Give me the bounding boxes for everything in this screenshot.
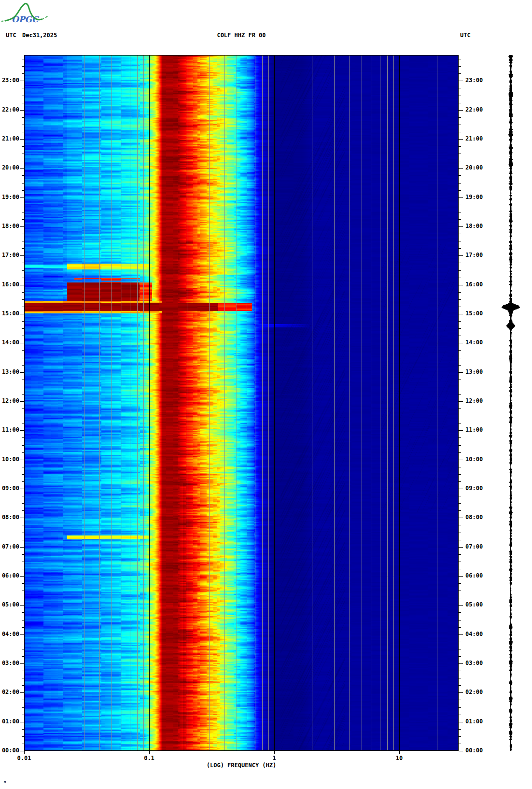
y-tick-right bbox=[459, 299, 461, 300]
y-tick-right bbox=[459, 562, 461, 562]
y-tick-left bbox=[22, 503, 24, 504]
y-tick-right bbox=[459, 212, 461, 212]
x-tick bbox=[399, 751, 400, 754]
y-tick-right bbox=[459, 125, 461, 125]
y-tick-right bbox=[459, 103, 461, 103]
y-tick-right bbox=[459, 365, 461, 366]
y-tick-right bbox=[459, 554, 461, 555]
y-tick-right bbox=[459, 314, 463, 314]
y-tick-right bbox=[459, 612, 461, 613]
y-tick-right bbox=[459, 409, 461, 409]
y-tick-left bbox=[20, 692, 24, 693]
y-tick-left bbox=[20, 110, 24, 111]
y-tick-right bbox=[459, 394, 461, 394]
y-tick-right bbox=[459, 88, 461, 88]
y-tick-left bbox=[22, 146, 24, 147]
y-tick-right bbox=[459, 59, 461, 59]
y-tick-right bbox=[459, 292, 461, 293]
y-tick-right bbox=[459, 416, 461, 416]
y-tick-left bbox=[20, 751, 24, 751]
y-tick-left bbox=[22, 336, 24, 336]
y-tick-right bbox=[459, 700, 461, 700]
y-hour-label-left: 13:00 bbox=[0, 369, 19, 375]
y-tick-right bbox=[459, 510, 461, 511]
y-tick-left bbox=[22, 205, 24, 205]
y-tick-left bbox=[22, 562, 24, 562]
y-tick-right bbox=[459, 503, 461, 504]
y-tick-right bbox=[459, 205, 461, 205]
y-tick-left bbox=[22, 474, 24, 475]
x-tick-label: 0.1 bbox=[135, 755, 164, 761]
y-tick-left bbox=[20, 197, 24, 198]
x-tick bbox=[149, 751, 150, 754]
y-tick-right bbox=[459, 729, 461, 730]
y-tick-right bbox=[459, 372, 463, 373]
y-hour-label-left: 20:00 bbox=[0, 165, 19, 171]
y-tick-left bbox=[20, 314, 24, 314]
y-tick-left bbox=[22, 445, 24, 446]
y-tick-right bbox=[459, 569, 461, 569]
x-tick-label: 10 bbox=[385, 755, 414, 761]
y-hour-label-left: 11:00 bbox=[0, 427, 19, 433]
y-tick-left bbox=[22, 234, 24, 234]
y-tick-right bbox=[459, 715, 461, 715]
y-tick-left bbox=[20, 576, 24, 577]
y-tick-right bbox=[459, 540, 461, 540]
y-tick-left bbox=[20, 168, 24, 169]
y-tick-left bbox=[22, 591, 24, 591]
y-hour-label-left: 18:00 bbox=[0, 223, 19, 229]
y-tick-right bbox=[459, 401, 463, 402]
y-tick-left bbox=[22, 183, 24, 183]
y-tick-right bbox=[459, 146, 461, 147]
y-tick-left bbox=[22, 409, 24, 409]
y-hour-label-right: 00:00 bbox=[465, 747, 483, 754]
y-tick-right bbox=[459, 656, 461, 657]
y-hour-label-right: 01:00 bbox=[465, 719, 483, 725]
utc-label-right: UTC bbox=[460, 32, 471, 39]
y-hour-label-right: 10:00 bbox=[465, 456, 483, 463]
y-tick-right bbox=[459, 278, 461, 278]
y-tick-left bbox=[22, 656, 24, 657]
plot-title: COLF HHZ FR 00 bbox=[24, 32, 459, 39]
y-tick-left bbox=[22, 154, 24, 154]
y-tick-right bbox=[459, 73, 461, 74]
y-tick-left bbox=[22, 416, 24, 416]
y-hour-label-right: 09:00 bbox=[465, 485, 483, 492]
y-tick-right bbox=[459, 460, 463, 460]
y-tick-left bbox=[22, 627, 24, 628]
x-tick-label: 0.01 bbox=[10, 755, 39, 761]
y-tick-left bbox=[22, 278, 24, 278]
y-tick-left bbox=[22, 685, 24, 686]
y-tick-right bbox=[459, 518, 463, 518]
y-tick-left bbox=[20, 634, 24, 635]
y-tick-left bbox=[22, 270, 24, 271]
y-tick-left bbox=[20, 343, 24, 343]
y-tick-right bbox=[459, 226, 463, 227]
y-tick-right bbox=[459, 452, 461, 453]
y-tick-left bbox=[22, 96, 24, 96]
y-tick-right bbox=[459, 380, 461, 380]
y-tick-left bbox=[20, 518, 24, 518]
y-tick-left bbox=[22, 744, 24, 744]
y-tick-right bbox=[459, 234, 461, 234]
y-tick-left bbox=[20, 547, 24, 548]
y-hour-label-right: 03:00 bbox=[465, 660, 483, 666]
y-tick-left bbox=[20, 372, 24, 373]
y-tick-left bbox=[20, 255, 24, 256]
y-tick-right bbox=[459, 161, 461, 161]
y-tick-left bbox=[22, 620, 24, 620]
y-tick-left bbox=[22, 263, 24, 263]
y-tick-left bbox=[20, 460, 24, 460]
y-tick-right bbox=[459, 183, 461, 183]
y-tick-right bbox=[459, 591, 461, 591]
y-hour-label-left: 02:00 bbox=[0, 689, 19, 695]
y-tick-right bbox=[459, 663, 463, 664]
y-tick-right bbox=[459, 576, 463, 577]
y-tick-right bbox=[459, 642, 461, 642]
y-tick-right bbox=[459, 751, 463, 751]
y-tick-right bbox=[459, 423, 461, 423]
y-tick-left bbox=[22, 729, 24, 730]
y-hour-label-right: 08:00 bbox=[465, 514, 483, 521]
y-tick-left bbox=[22, 59, 24, 59]
y-tick-right bbox=[459, 350, 461, 351]
